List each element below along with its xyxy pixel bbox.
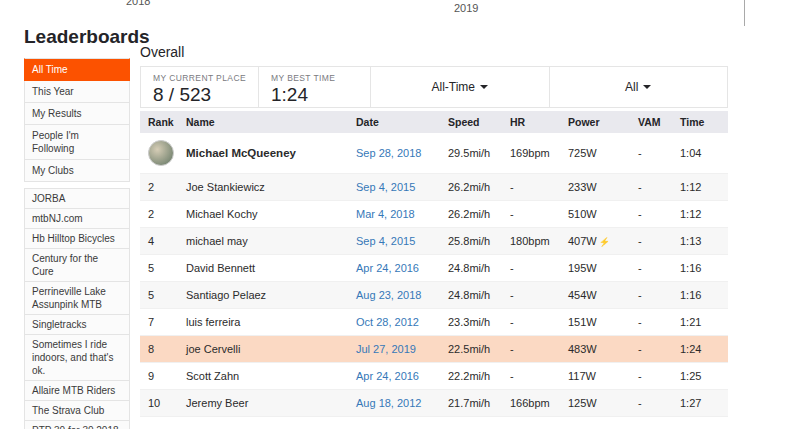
athlete-name[interactable]: michael may — [186, 235, 248, 247]
athlete-name[interactable]: David Bennett — [186, 262, 255, 274]
athlete-name[interactable]: Santiago Pelaez — [186, 289, 266, 301]
table-row: 2Michael KochyMar 4, 201826.2mi/h-510W-1… — [140, 201, 728, 228]
speed-cell: 26.2mi/h — [440, 201, 502, 228]
power-cell: 117W — [560, 363, 630, 390]
best-time-stat: MY BEST TIME 1:24 — [259, 67, 371, 107]
rank-cell: 7 — [140, 309, 178, 336]
sidebar-item-people-i-m-following[interactable]: People I'm Following — [24, 125, 130, 160]
rank-cell: 4 — [140, 228, 178, 255]
hr-cell: - — [502, 363, 560, 390]
athlete-name[interactable]: luis ferreira — [186, 316, 240, 328]
power-cell: 195W — [560, 255, 630, 282]
category-dropdown-label: All — [625, 80, 638, 94]
speed-cell: 21.7mi/h — [440, 390, 502, 417]
speed-cell: 26.2mi/h — [440, 174, 502, 201]
athlete-name[interactable]: Michael McQueeney — [186, 147, 296, 159]
column-header-date: Date — [348, 111, 440, 133]
chart-year-label-2019: 2019 — [454, 2, 478, 14]
effort-date-link[interactable]: Aug 23, 2018 — [356, 289, 421, 301]
category-dropdown[interactable]: All — [625, 80, 651, 94]
time-range-dropdown[interactable]: All-Time — [431, 80, 488, 94]
sidebar-club-ptp-30-for-30-2018[interactable]: PTP 30 for 30 2018 — [24, 421, 130, 429]
effort-date-link[interactable]: Mar 4, 2018 — [356, 208, 415, 220]
sidebar-item-my-clubs[interactable]: My Clubs — [24, 160, 130, 182]
name-cell: Joe Stankiewicz — [178, 174, 348, 201]
name-cell: Michael McQueeney — [178, 133, 348, 174]
speed-cell: 22.5mi/h — [440, 336, 502, 363]
vam-cell: - — [630, 174, 672, 201]
category-filter-cell: All — [550, 67, 728, 107]
table-row: 4michael maySep 4, 201525.8mi/h180bpm407… — [140, 228, 728, 255]
column-header-rank: Rank — [140, 111, 178, 133]
power-cell: 483W — [560, 336, 630, 363]
date-cell: Mar 4, 2018 — [348, 201, 440, 228]
athlete-name[interactable]: Jeremy Beer — [186, 397, 248, 409]
time-cell: 1:16 — [672, 282, 728, 309]
sidebar-club-allaire-mtb-riders[interactable]: Allaire MTB Riders — [24, 381, 130, 401]
power-cell: 725W — [560, 133, 630, 174]
rank-cell: 8 — [140, 336, 178, 363]
sidebar-club-mtbnj-com[interactable]: mtbNJ.com — [24, 209, 130, 229]
sidebar: Leaderboards All TimeThis YearMy Results… — [24, 26, 130, 429]
table-row: 5David BennettApr 24, 201624.8mi/h-195W-… — [140, 255, 728, 282]
table-row: 8joe CervelliJul 27, 201922.5mi/h-483W-1… — [140, 336, 728, 363]
date-cell: Aug 18, 2012 — [348, 390, 440, 417]
leaderboard-table: RankNameDateSpeedHRPowerVAMTime Michael … — [140, 111, 728, 417]
main-content: Overall MY CURRENT PLACE 8 / 523 MY BEST… — [140, 44, 728, 417]
rank-cell: 10 — [140, 390, 178, 417]
name-cell: luis ferreira — [178, 309, 348, 336]
date-cell: Oct 28, 2012 — [348, 309, 440, 336]
name-cell: Michael Kochy — [178, 201, 348, 228]
effort-date-link[interactable]: Sep 4, 2015 — [356, 235, 415, 247]
caret-down-icon — [643, 85, 651, 89]
hr-cell: - — [502, 282, 560, 309]
sidebar-club-jorba[interactable]: JORBA — [24, 188, 130, 209]
table-row: 9Scott ZahnApr 24, 201622.2mi/h-117W-1:2… — [140, 363, 728, 390]
hr-cell: 166bpm — [502, 390, 560, 417]
time-cell: 1:27 — [672, 390, 728, 417]
time-cell: 1:13 — [672, 228, 728, 255]
effort-date-link[interactable]: Aug 18, 2012 — [356, 397, 421, 409]
current-place-stat: MY CURRENT PLACE 8 / 523 — [141, 67, 259, 107]
sidebar-nav: All TimeThis YearMy ResultsPeople I'm Fo… — [24, 58, 130, 182]
vam-cell: - — [630, 228, 672, 255]
effort-date-link[interactable]: Jul 27, 2019 — [356, 343, 416, 355]
effort-date-link[interactable]: Sep 4, 2015 — [356, 181, 415, 193]
sidebar-item-my-results[interactable]: My Results — [24, 103, 130, 125]
name-cell: joe Cervelli — [178, 336, 348, 363]
power-cell: 510W — [560, 201, 630, 228]
sidebar-club-hb-hilltop-bicycles[interactable]: Hb Hilltop Bicycles — [24, 229, 130, 249]
effort-date-link[interactable]: Oct 28, 2012 — [356, 316, 419, 328]
date-cell: Sep 4, 2015 — [348, 228, 440, 255]
table-header-row: RankNameDateSpeedHRPowerVAMTime — [140, 111, 728, 133]
time-cell: 1:16 — [672, 255, 728, 282]
date-cell: Jul 27, 2019 — [348, 336, 440, 363]
sidebar-club-sometimes-i-ride-indoors-and-that-s-ok[interactable]: Sometimes I ride indoors, and that's ok. — [24, 335, 130, 381]
sidebar-club-singletracks[interactable]: Singletracks — [24, 315, 130, 335]
name-cell: michael may — [178, 228, 348, 255]
sidebar-club-perrineville-lake-assunpink-mtb[interactable]: Perrineville Lake Assunpink MTB — [24, 282, 130, 315]
sidebar-club-century-for-the-cure[interactable]: Century for the Cure — [24, 249, 130, 282]
effort-date-link[interactable]: Sep 28, 2018 — [356, 147, 421, 159]
athlete-name[interactable]: joe Cervelli — [186, 343, 240, 355]
vam-cell: - — [630, 390, 672, 417]
sidebar-club-the-strava-club[interactable]: The Strava Club — [24, 401, 130, 421]
vam-cell: - — [630, 282, 672, 309]
power-cell: 151W — [560, 309, 630, 336]
speed-cell: 29.5mi/h — [440, 133, 502, 174]
time-range-filter-cell: All-Time — [371, 67, 550, 107]
date-cell: Apr 24, 2016 — [348, 363, 440, 390]
athlete-name[interactable]: Michael Kochy — [186, 208, 258, 220]
chart-year-label-2018: 2018 — [126, 0, 150, 7]
effort-date-link[interactable]: Apr 24, 2016 — [356, 370, 419, 382]
athlete-name[interactable]: Scott Zahn — [186, 370, 239, 382]
sidebar-item-all-time[interactable]: All Time — [24, 58, 130, 81]
effort-date-link[interactable]: Apr 24, 2016 — [356, 262, 419, 274]
athlete-name[interactable]: Joe Stankiewicz — [186, 181, 265, 193]
avatar[interactable] — [148, 140, 174, 166]
sidebar-item-this-year[interactable]: This Year — [24, 81, 130, 103]
name-cell: Scott Zahn — [178, 363, 348, 390]
column-header-time: Time — [672, 111, 728, 133]
speed-cell: 22.2mi/h — [440, 363, 502, 390]
vam-cell: - — [630, 363, 672, 390]
